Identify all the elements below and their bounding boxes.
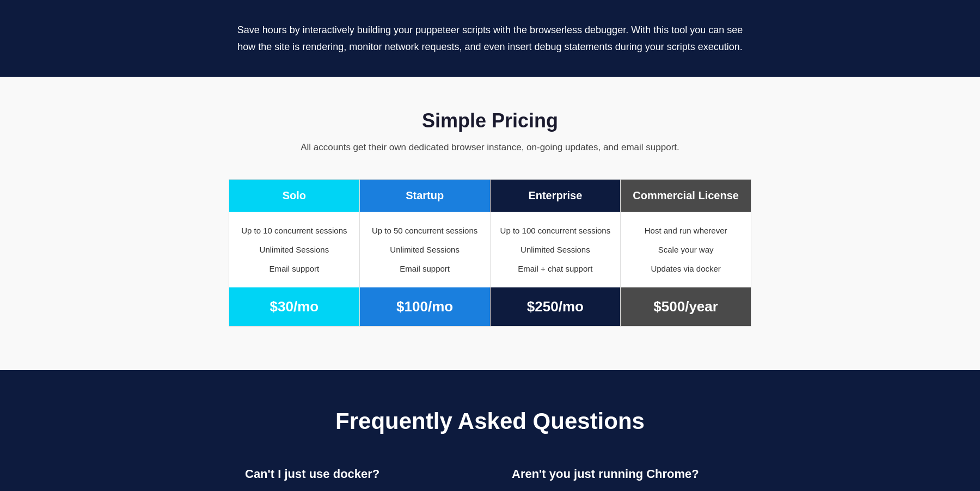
plan-feature-item: Email support xyxy=(369,263,481,274)
faq-question: Aren't you just running Chrome? xyxy=(512,467,735,481)
plan-header-solo: Solo xyxy=(229,180,359,212)
plan-feature-item: Updates via docker xyxy=(629,263,742,274)
pricing-section: Simple Pricing All accounts get their ow… xyxy=(0,77,980,370)
plan-header-startup: Startup xyxy=(360,180,490,212)
plan-price-startup[interactable]: $100/mo xyxy=(360,287,490,326)
faq-item-1: Aren't you just running Chrome? xyxy=(512,467,735,481)
plan-feature-item: Up to 100 concurrent sessions xyxy=(499,225,612,236)
plan-features-commercial: Host and run whereverScale your wayUpdat… xyxy=(621,212,751,287)
plan-feature-item: Up to 50 concurrent sessions xyxy=(369,225,481,236)
faq-section: Frequently Asked Questions Can't I just … xyxy=(0,370,980,491)
plan-features-startup: Up to 50 concurrent sessionsUnlimited Se… xyxy=(360,212,490,287)
plan-price-solo[interactable]: $30/mo xyxy=(229,287,359,326)
plan-header-enterprise: Enterprise xyxy=(491,180,621,212)
pricing-title: Simple Pricing xyxy=(11,109,969,132)
plan-features-solo: Up to 10 concurrent sessionsUnlimited Se… xyxy=(229,212,359,287)
plan-header-commercial: Commercial License xyxy=(621,180,751,212)
pricing-subtitle: All accounts get their own dedicated bro… xyxy=(11,142,969,153)
faq-item-0: Can't I just use docker? xyxy=(245,467,468,481)
faq-title: Frequently Asked Questions xyxy=(11,408,969,434)
faq-question: Can't I just use docker? xyxy=(245,467,468,481)
plan-feature-item: Scale your way xyxy=(629,244,742,255)
faq-grid: Can't I just use docker?Aren't you just … xyxy=(245,467,735,481)
plan-feature-item: Email + chat support xyxy=(499,263,612,274)
plan-card-commercial: Commercial LicenseHost and run whereverS… xyxy=(621,179,751,327)
plan-price-commercial[interactable]: $500/year xyxy=(621,287,751,326)
plan-card-enterprise: EnterpriseUp to 100 concurrent sessionsU… xyxy=(491,179,621,327)
plan-feature-item: Unlimited Sessions xyxy=(499,244,612,255)
plan-feature-item: Up to 10 concurrent sessions xyxy=(238,225,351,236)
plan-feature-item: Unlimited Sessions xyxy=(369,244,481,255)
banner-text: Save hours by interactively building you… xyxy=(229,22,751,55)
plans-container: SoloUp to 10 concurrent sessionsUnlimite… xyxy=(229,179,751,327)
plan-features-enterprise: Up to 100 concurrent sessionsUnlimited S… xyxy=(491,212,621,287)
plan-price-enterprise[interactable]: $250/mo xyxy=(491,287,621,326)
plan-feature-item: Unlimited Sessions xyxy=(238,244,351,255)
plan-feature-item: Email support xyxy=(238,263,351,274)
plan-card-startup: StartupUp to 50 concurrent sessionsUnlim… xyxy=(360,179,491,327)
plan-feature-item: Host and run wherever xyxy=(629,225,742,236)
plan-card-solo: SoloUp to 10 concurrent sessionsUnlimite… xyxy=(229,179,360,327)
top-banner: Save hours by interactively building you… xyxy=(0,0,980,77)
